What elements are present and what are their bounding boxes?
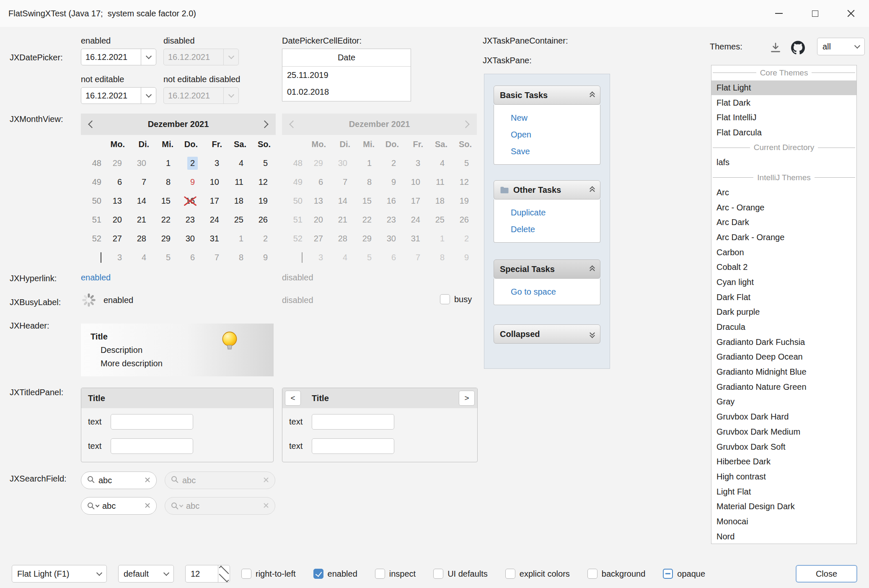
theme-item-material-design-dark[interactable]: Material Design Dark [711, 499, 856, 514]
clear-icon[interactable] [144, 476, 151, 485]
day-cell[interactable]: 4 [130, 251, 154, 264]
maximize-button[interactable] [797, 0, 833, 27]
datepicker-enabled[interactable]: 16.12.2021 [81, 49, 156, 65]
table-row[interactable]: 25.11.2019 [282, 67, 411, 83]
theme-item-lafs[interactable]: lafs [711, 155, 856, 170]
checkbox-right-to-left[interactable]: right-to-left [241, 569, 296, 579]
day-cell[interactable]: 30 [130, 157, 154, 170]
table-row[interactable]: 01.02.2018 [282, 83, 411, 100]
theme-item-monocai[interactable]: Monocai [711, 514, 856, 529]
theme-item-cyan-light[interactable]: Cyan light [711, 275, 856, 290]
theme-item-gruvbox-dark-soft[interactable]: Gruvbox Dark Soft [711, 439, 856, 454]
day-cell[interactable]: 1 [154, 157, 178, 170]
day-cell[interactable]: 9 [178, 176, 203, 189]
theme-item-flat-dark[interactable]: Flat Dark [711, 95, 856, 110]
theme-item-cobalt-2[interactable]: Cobalt 2 [711, 260, 856, 275]
checkbox-box[interactable] [313, 569, 323, 579]
day-cell[interactable]: 28 [130, 232, 154, 245]
theme-item-gradianto-deep-ocean[interactable]: Gradianto Deep Ocean [711, 350, 856, 365]
day-cell[interactable]: 21 [130, 213, 154, 226]
theme-item-flat-light[interactable]: Flat Light [711, 80, 856, 96]
monthview-enabled[interactable]: Dezember 2021Mo.Di.Mi.Do.Fr.Sa.So.482930… [81, 114, 276, 267]
day-cell[interactable]: 4 [227, 157, 251, 170]
datepicker-cell-editor-table[interactable]: Date 25.11.2019 01.02.2018 [282, 49, 411, 101]
theme-item-high-contrast[interactable]: High contrast [711, 469, 856, 484]
theme-item-gradianto-midnight-blue[interactable]: Gradianto Midnight Blue [711, 365, 856, 380]
day-cell[interactable]: 3 [203, 157, 227, 170]
day-cell[interactable]: 6 [106, 176, 130, 189]
font-combo[interactable]: default [118, 565, 174, 583]
theme-combo[interactable]: Flat Light (F1) [12, 565, 107, 583]
checkbox-box[interactable] [663, 569, 673, 579]
searchfield-dropdown-enabled[interactable]: abc [81, 497, 157, 515]
close-button[interactable]: Close [796, 565, 857, 583]
searchfield-value[interactable]: abc [102, 501, 141, 511]
checkbox-explicit-colors[interactable]: explicit colors [505, 569, 570, 579]
text-input[interactable] [111, 414, 193, 430]
taskpane-header-collapsed[interactable]: Collapsed [494, 324, 600, 344]
day-cell[interactable]: 23 [178, 213, 203, 226]
prev-month-button[interactable] [89, 119, 95, 129]
datepicker-dropdown-button[interactable] [141, 88, 156, 104]
theme-item-hiberbee-dark[interactable]: Hiberbee Dark [711, 454, 856, 469]
day-cell[interactable]: 17 [203, 194, 227, 207]
day-cell[interactable]: 1 [227, 232, 251, 245]
download-themes-button[interactable] [769, 41, 782, 54]
theme-item-gradianto-nature-green[interactable]: Gradianto Nature Green [711, 379, 856, 394]
day-cell[interactable]: 30 [178, 232, 203, 245]
close-window-button[interactable] [833, 0, 869, 27]
task-link-open[interactable]: Open [511, 128, 600, 141]
day-cell[interactable]: 15 [154, 194, 178, 207]
checkbox-busy[interactable]: busy [440, 294, 472, 304]
checkbox-opaque[interactable]: opaque [663, 569, 705, 579]
day-cell[interactable]: 2 [251, 232, 276, 245]
day-cell[interactable]: 9 [251, 251, 276, 264]
day-cell[interactable]: 5 [154, 251, 178, 264]
taskpane-header-special-tasks[interactable]: Special Tasks [494, 259, 600, 279]
day-cell[interactable]: 27 [106, 232, 130, 245]
day-cell[interactable]: 26 [251, 213, 276, 226]
task-link-go-to-space[interactable]: Go to space [511, 285, 600, 298]
day-cell[interactable]: 22 [154, 213, 178, 226]
day-cell[interactable]: 19 [251, 194, 276, 207]
clear-icon[interactable] [144, 501, 151, 511]
day-cell[interactable]: 8 [227, 251, 251, 264]
theme-item-arc-orange[interactable]: Arc - Orange [711, 200, 856, 215]
minimize-button[interactable] [761, 0, 797, 27]
checkbox-box[interactable] [440, 294, 450, 304]
theme-item-carbon[interactable]: Carbon [711, 245, 856, 260]
text-input[interactable] [312, 414, 394, 430]
day-cell[interactable]: 20 [106, 213, 130, 226]
theme-item-gradianto-dark-fuchsia[interactable]: Gradianto Dark Fuchsia [711, 334, 856, 350]
day-cell[interactable]: 29 [106, 157, 130, 170]
day-cell[interactable]: 11 [227, 176, 251, 189]
day-cell[interactable]: 12 [251, 176, 276, 189]
theme-item-arc-dark-orange[interactable]: Arc Dark - Orange [711, 230, 856, 245]
theme-item-nord[interactable]: Nord [711, 529, 856, 544]
day-cell[interactable]: 25 [227, 213, 251, 226]
github-button[interactable] [791, 41, 805, 54]
spinner-down-button[interactable] [218, 574, 230, 582]
next-month-button[interactable] [262, 119, 267, 129]
checkbox-enabled[interactable]: enabled [313, 569, 357, 579]
theme-item-gruvbox-dark-hard[interactable]: Gruvbox Dark Hard [711, 409, 856, 425]
day-cell[interactable]: 6 [178, 251, 203, 264]
task-link-duplicate[interactable]: Duplicate [511, 206, 600, 219]
day-cell[interactable]: 7 [130, 176, 154, 189]
checkbox-box[interactable] [241, 569, 251, 579]
theme-item-dracula[interactable]: Dracula [711, 320, 856, 335]
hyperlink-enabled[interactable]: enabled [81, 273, 111, 282]
text-input[interactable] [111, 438, 193, 454]
day-cell[interactable]: 10 [203, 176, 227, 189]
datepicker-not-editable[interactable]: 16.12.2021 [81, 87, 156, 104]
checkbox-inspect[interactable]: inspect [375, 569, 416, 579]
theme-item-flat-darcula[interactable]: Flat Darcula [711, 125, 856, 140]
checkbox-box[interactable] [433, 569, 443, 579]
day-cell[interactable]: 16 [178, 194, 203, 207]
theme-item-arc[interactable]: Arc [711, 185, 856, 200]
titledpanel-right-button[interactable]: > [459, 391, 475, 406]
day-cell[interactable]: 8 [154, 176, 178, 189]
day-cell[interactable]: 3 [106, 251, 130, 264]
day-cell[interactable]: 31 [203, 232, 227, 245]
searchfield-enabled[interactable]: abc [81, 471, 157, 489]
